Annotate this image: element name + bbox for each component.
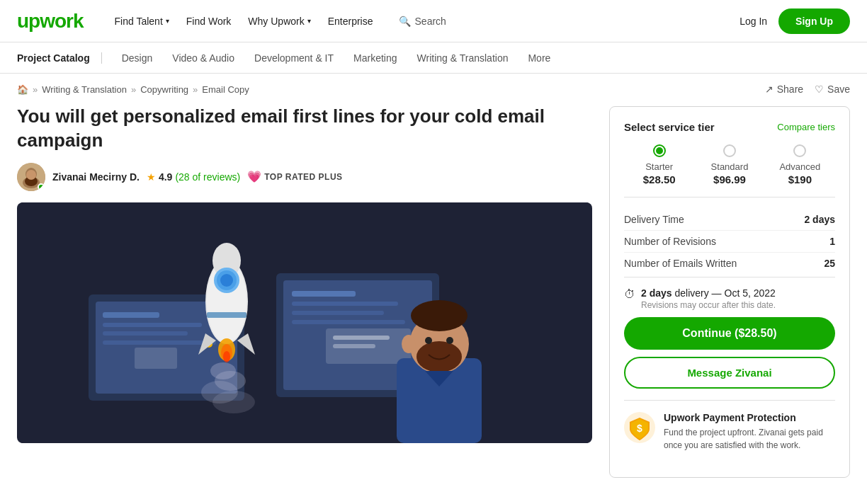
shield-icon: $ <box>624 412 655 443</box>
nav-enterprise[interactable]: Enterprise <box>328 16 373 27</box>
breadcrumb: 🏠 » Writing & Translation » Copywriting … <box>0 74 867 95</box>
svg-point-41 <box>411 300 468 331</box>
rating-value: 4.9 <box>159 171 172 183</box>
breadcrumb-copywriting[interactable]: Copywriting <box>140 84 188 95</box>
breadcrumb-home[interactable]: 🏠 <box>17 84 28 95</box>
continue-button[interactable]: Continue ($28.50) <box>624 317 835 350</box>
header: upwork Find Talent ▾ Find Work Why Upwor… <box>0 0 867 42</box>
emails-written-label: Number of Emails Written <box>624 258 737 269</box>
revisions-label: Number of Revisions <box>624 236 716 247</box>
home-icon: 🏠 <box>17 84 28 95</box>
main-nav: Find Talent ▾ Find Work Why Upwork ▾ Ent… <box>115 16 387 27</box>
clock-icon: ⏱ <box>624 288 635 301</box>
cat-design[interactable]: Design <box>122 52 153 64</box>
tier-advanced[interactable]: Advanced $190 <box>765 144 835 185</box>
search-button[interactable]: 🔍 Search <box>399 16 446 27</box>
breadcrumb-sep-2: » <box>131 84 136 95</box>
tier-options: Starter $28.50 Standard $96.99 Advanced … <box>624 144 835 197</box>
revisions-value: 1 <box>829 236 835 247</box>
tier-starter-price: $28.50 <box>643 173 676 185</box>
svg-rect-19 <box>292 320 405 324</box>
tier-standard-price: $96.99 <box>713 173 746 185</box>
tier-advanced-name: Advanced <box>779 161 820 172</box>
author-name: Zivanai Mecirny D. <box>52 171 140 183</box>
tier-advanced-radio <box>793 144 806 157</box>
tier-standard[interactable]: Standard $96.99 <box>694 144 764 185</box>
share-icon: ↗ <box>765 84 774 95</box>
left-column: You will get personalized email first li… <box>17 95 592 478</box>
online-indicator <box>38 183 45 190</box>
svg-point-4 <box>26 170 36 180</box>
svg-point-42 <box>416 341 462 372</box>
reviews-link[interactable]: (28 of reviews) <box>175 171 240 183</box>
svg-point-44 <box>446 337 453 344</box>
top-rated-badge: 💗 TOP RATED PLUS <box>247 170 342 183</box>
svg-rect-16 <box>292 291 356 297</box>
svg-rect-18 <box>292 311 384 315</box>
cat-writing-translation[interactable]: Writing & Translation <box>417 52 509 64</box>
tier-standard-radio <box>723 144 736 157</box>
svg-rect-22 <box>333 344 375 348</box>
breadcrumb-email-copy[interactable]: Email Copy <box>202 84 249 95</box>
signup-button[interactable]: Sign Up <box>778 8 850 34</box>
service-tier-card: Select service tier Compare tiers Starte… <box>609 106 850 478</box>
svg-point-33 <box>223 351 230 362</box>
svg-rect-10 <box>103 331 188 336</box>
save-button[interactable]: ♡ Save <box>815 84 850 95</box>
chevron-down-icon: ▾ <box>307 17 311 25</box>
main-content: You will get personalized email first li… <box>0 95 867 478</box>
breadcrumb-sep-1: » <box>33 84 38 95</box>
right-column: Select service tier Compare tiers Starte… <box>609 95 850 478</box>
star-icon: ★ <box>147 171 156 183</box>
page-title: You will get personalized email first li… <box>17 105 592 153</box>
svg-rect-17 <box>292 302 398 306</box>
message-button[interactable]: Message Zivanai <box>624 357 835 389</box>
author-row: Zivanai Mecirny D. ★ 4.9 (28 of reviews)… <box>17 163 592 191</box>
tier-standard-name: Standard <box>711 161 749 172</box>
search-icon: 🔍 <box>399 16 411 27</box>
category-nav: Project Catalog Design Video & Audio Dev… <box>0 42 867 74</box>
svg-text:$: $ <box>637 423 642 434</box>
delivery-details: 2 days delivery — Oct 5, 2022 Revisions … <box>641 287 776 310</box>
project-catalog-label: Project Catalog <box>17 52 102 64</box>
share-button[interactable]: ↗ Share <box>765 84 803 95</box>
tier-advanced-price: $190 <box>788 173 812 185</box>
cat-dev-it[interactable]: Development & IT <box>254 52 334 64</box>
payment-description: Fund the project upfront. Zivanai gets p… <box>664 426 835 452</box>
tier-card-title: Select service tier <box>624 121 715 133</box>
emails-written-value: 25 <box>824 258 835 269</box>
breadcrumb-writing[interactable]: Writing & Translation <box>42 84 127 95</box>
tier-starter-radio-fill <box>656 147 663 154</box>
delivery-time-value: 2 days <box>804 214 835 225</box>
nav-find-work[interactable]: Find Work <box>186 16 232 27</box>
nav-find-talent[interactable]: Find Talent ▾ <box>115 16 169 27</box>
compare-tiers-link[interactable]: Compare tiers <box>777 122 835 132</box>
svg-point-43 <box>425 337 432 344</box>
svg-point-46 <box>402 335 416 353</box>
breadcrumb-actions: ↗ Share ♡ Save <box>765 84 850 95</box>
nav-why-upwork[interactable]: Why Upwork ▾ <box>248 16 310 27</box>
tier-starter[interactable]: Starter $28.50 <box>624 144 694 185</box>
delivery-sub-text: Revisions may occur after this date. <box>641 300 776 310</box>
cat-marketing[interactable]: Marketing <box>353 52 397 64</box>
svg-point-38 <box>212 391 255 413</box>
delivery-connector: delivery — <box>674 287 724 299</box>
svg-point-28 <box>220 274 233 287</box>
svg-rect-8 <box>103 312 159 318</box>
rating-row: ★ 4.9 (28 of reviews) <box>147 171 240 183</box>
payment-text: Upwork Payment Protection Fund the proje… <box>664 412 835 452</box>
cat-more[interactable]: More <box>528 52 550 64</box>
detail-delivery-time: Delivery Time 2 days <box>624 209 835 231</box>
header-actions: Log In Sign Up <box>740 8 850 34</box>
detail-emails-written: Number of Emails Written 25 <box>624 253 835 274</box>
tier-header: Select service tier Compare tiers <box>624 121 835 133</box>
top-rated-label: TOP RATED PLUS <box>264 172 342 182</box>
avatar <box>17 163 45 191</box>
delivery-info: ⏱ 2 days delivery — Oct 5, 2022 Revision… <box>624 277 835 317</box>
svg-rect-9 <box>103 323 202 327</box>
upwork-logo[interactable]: upwork <box>17 10 84 33</box>
delivery-main-text: 2 days delivery — Oct 5, 2022 <box>641 287 776 299</box>
cat-video-audio[interactable]: Video & Audio <box>172 52 234 64</box>
login-button[interactable]: Log In <box>740 16 767 27</box>
tier-starter-name: Starter <box>645 161 673 172</box>
